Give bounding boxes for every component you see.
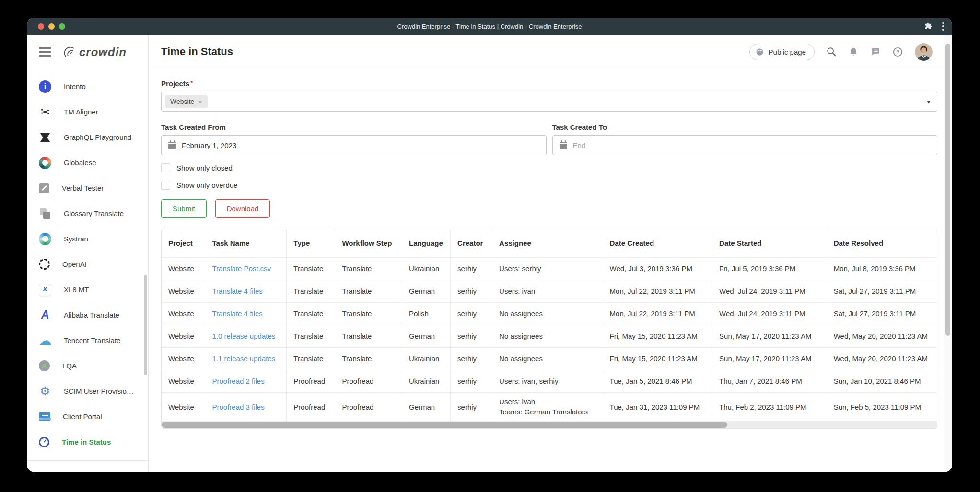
creator-cell: serhiy xyxy=(451,347,492,370)
sidebar-item-label: Verbal Tester xyxy=(62,184,104,192)
globe-icon xyxy=(755,47,764,57)
notifications-bell-icon[interactable] xyxy=(848,46,859,57)
sidebar-scrollbar[interactable] xyxy=(144,275,147,375)
task-created-from-input[interactable]: February 1, 2023 xyxy=(161,135,547,155)
assignee-cell: Users: ivan xyxy=(492,280,603,302)
date-resolved-cell: Sat, Jul 27, 2019 3:11 PM xyxy=(827,302,937,325)
window-controls xyxy=(38,18,65,35)
sidebar-item-label: Time in Status xyxy=(62,438,111,446)
maximize-window-icon[interactable] xyxy=(59,23,65,30)
sidebar-item-client[interactable]: Client Portal xyxy=(27,404,148,429)
browser-menu-icon[interactable] xyxy=(942,22,944,31)
public-page-label: Public page xyxy=(769,48,806,56)
crowdin-logo[interactable]: crowdin xyxy=(62,45,127,60)
date-created-cell: Tue, Jan 31, 2023 11:09 PM xyxy=(603,392,712,421)
sidebar-item-globalese[interactable]: Globalese xyxy=(27,150,148,175)
project-cell: Website xyxy=(162,257,205,280)
sidebar-item-alibaba[interactable]: Alibaba Translate xyxy=(27,302,148,328)
assignee-line: Users: ivan xyxy=(499,286,596,297)
projects-multiselect[interactable]: Website × ▾ xyxy=(161,92,937,112)
date-resolved-cell: Sun, Feb 5, 2023 11:09 PM xyxy=(827,392,937,421)
sidebar-item-tm-aligner[interactable]: TM Aligner xyxy=(27,99,148,125)
horizontal-scrollbar-track[interactable] xyxy=(162,421,937,428)
help-icon[interactable]: ? xyxy=(892,46,903,57)
sidebar-item-lqa[interactable]: LQA xyxy=(27,353,148,378)
date-started-cell: Thu, Feb 2, 2023 11:09 PM xyxy=(712,392,827,421)
date-started-cell: Thu, Jan 7, 2021 8:46 PM xyxy=(712,370,827,392)
language-cell: Polish xyxy=(402,302,450,325)
horizontal-scrollbar-thumb[interactable] xyxy=(162,422,727,428)
type-cell: Translate xyxy=(287,347,335,370)
openai-icon xyxy=(39,259,50,270)
type-cell: Proofread xyxy=(287,392,335,421)
table-row: WebsiteTranslate 4 filesTranslateTransla… xyxy=(162,280,937,302)
show-only-overdue-checkbox[interactable] xyxy=(161,181,170,190)
workflow-step-cell: Translate xyxy=(335,302,402,325)
assignee-cell: No assignees xyxy=(492,325,603,347)
sidebar-item-xl8[interactable]: XL8 MT xyxy=(27,277,148,302)
show-only-closed-checkbox[interactable] xyxy=(161,163,170,172)
sidebar-item-tencent[interactable]: Tencent Translate xyxy=(27,328,148,353)
task-created-to-label: Task Created To xyxy=(552,123,938,131)
date-started-cell: Wed, Jul 24, 2019 3:11 PM xyxy=(712,280,827,302)
user-avatar[interactable] xyxy=(915,43,933,61)
extensions-puzzle-icon[interactable] xyxy=(924,22,933,31)
sidebar-item-glossary[interactable]: Glossary Translate xyxy=(27,201,148,226)
vertical-scrollbar-track[interactable] xyxy=(944,35,952,472)
client-icon xyxy=(39,412,50,421)
creator-cell: serhiy xyxy=(451,325,492,347)
sidebar-item-label: Glossary Translate xyxy=(64,209,124,217)
assignee-line: Teams: German Translators xyxy=(499,407,596,417)
date-started-cell: Wed, Jul 24, 2019 3:11 PM xyxy=(712,302,827,325)
sidebar-item-openai[interactable]: OpenAI xyxy=(27,252,148,277)
close-window-icon[interactable] xyxy=(38,23,44,30)
remove-tag-icon[interactable]: × xyxy=(198,98,202,106)
task-name-link[interactable]: Proofread 2 files xyxy=(212,377,264,385)
column-header: Creator xyxy=(451,229,492,257)
public-page-button[interactable]: Public page xyxy=(749,44,815,60)
xl8-icon xyxy=(39,284,51,296)
download-button[interactable]: Download xyxy=(215,199,270,218)
sidebar-item-systran[interactable]: Systran xyxy=(27,226,148,252)
sidebar-item-label: Alibaba Translate xyxy=(64,311,119,319)
hamburger-menu-icon[interactable] xyxy=(37,46,53,58)
date-resolved-cell: Sun, Jan 10, 2021 8:46 PM xyxy=(827,370,937,392)
sidebar-item-clock[interactable]: Time in Status xyxy=(27,429,148,455)
vertical-scrollbar-thumb[interactable] xyxy=(945,44,950,336)
task-name-link[interactable]: Translate 4 files xyxy=(212,309,262,318)
sidebar-item-label: LQA xyxy=(62,362,77,370)
task-name-link[interactable]: Translate 4 files xyxy=(212,287,262,295)
task-name-link[interactable]: 1.0 release updates xyxy=(212,332,275,340)
sidebar-item-label: OpenAI xyxy=(62,260,87,268)
task-created-to-input[interactable]: End xyxy=(552,135,938,155)
date-started-cell: Sun, May 17, 2020 11:23 AM xyxy=(712,325,827,347)
table-row: WebsiteTranslate Post.csvTranslateTransl… xyxy=(162,257,937,280)
messages-chat-icon[interactable] xyxy=(870,46,881,57)
sidebar-item-scim[interactable]: SCIM User Provisio… xyxy=(27,378,148,404)
column-header: Date Created xyxy=(603,229,712,257)
alibaba-icon xyxy=(39,309,51,321)
sidebar-item-verbal[interactable]: Verbal Tester xyxy=(27,175,148,201)
project-tag-label: Website xyxy=(170,98,194,105)
minimize-window-icon[interactable] xyxy=(48,23,55,30)
chevron-down-icon[interactable]: ▾ xyxy=(927,98,930,105)
sidebar-item-label: GraphQL Playground xyxy=(64,133,131,141)
search-icon[interactable] xyxy=(826,46,837,57)
task-name-link[interactable]: 1.1 release updates xyxy=(212,355,275,363)
sidebar-item-intento[interactable]: Intento xyxy=(27,74,148,99)
assignee-cell: Users: serhiy xyxy=(492,257,603,280)
creator-cell: serhiy xyxy=(451,280,492,302)
sidebar-item-graphql[interactable]: GraphQL Playground xyxy=(27,125,148,150)
calendar-icon xyxy=(560,142,567,149)
submit-button[interactable]: Submit xyxy=(161,199,207,218)
page-title: Time in Status xyxy=(161,46,233,58)
task-created-from-value: February 1, 2023 xyxy=(182,141,236,149)
sidebar-nav: IntentoTM AlignerGraphQL PlaygroundGloba… xyxy=(27,69,148,455)
creator-cell: serhiy xyxy=(451,392,492,421)
column-header: Project xyxy=(162,229,205,257)
page-header: Time in Status Public page xyxy=(149,35,952,69)
project-tag-website: Website × xyxy=(165,95,208,108)
window-title: Crowdin Enterprise - Time in Status | Cr… xyxy=(397,23,582,30)
task-name-link[interactable]: Proofread 3 files xyxy=(212,403,264,411)
task-name-link[interactable]: Translate Post.csv xyxy=(212,264,271,273)
